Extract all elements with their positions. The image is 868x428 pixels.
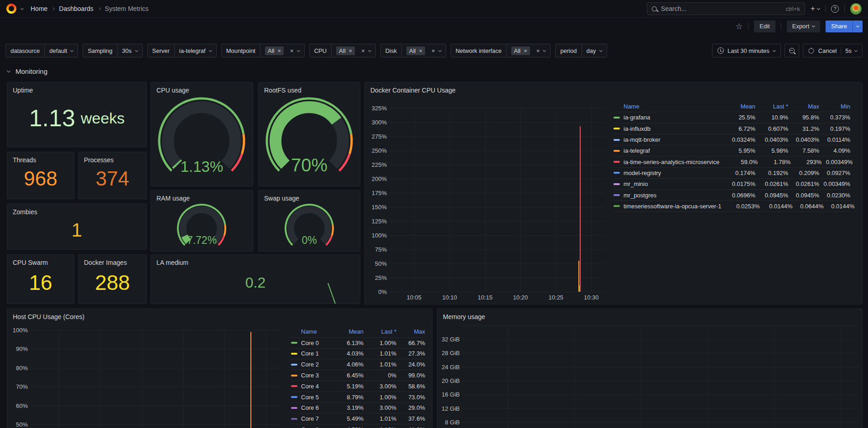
legend-col-min[interactable]: Min bbox=[819, 103, 850, 110]
edit-button[interactable]: Edit bbox=[754, 21, 775, 32]
legend-series-name[interactable]: Core 3 bbox=[291, 372, 329, 379]
y-axis-label: 125% bbox=[365, 218, 387, 225]
remove-value-icon[interactable]: × bbox=[349, 48, 353, 54]
legend-series-name[interactable]: mr_postgres bbox=[613, 192, 717, 199]
refresh-controls: Cancel 5s bbox=[803, 44, 863, 57]
series-color-dash bbox=[613, 194, 620, 196]
legend-series-name[interactable]: timeseriessoftware-ia-opcua-server-1 bbox=[613, 203, 722, 210]
star-icon[interactable]: ☆ bbox=[735, 22, 743, 31]
legend-series-name[interactable]: ia-mqtt-broker bbox=[613, 136, 717, 143]
legend-col-last-[interactable]: Last * bbox=[755, 103, 788, 110]
legend-series-name[interactable]: Core 4 bbox=[291, 383, 329, 390]
breadcrumb-dashboards[interactable]: Dashboards bbox=[59, 5, 94, 12]
legend-series-name[interactable]: Core 8 bbox=[291, 426, 329, 428]
legend-series-name[interactable]: model-registry bbox=[613, 170, 717, 176]
gridline-v bbox=[142, 330, 142, 428]
legend-value: 29.0% bbox=[396, 404, 425, 411]
legend-series-name[interactable]: ia-influxdb bbox=[613, 125, 717, 132]
chevron-down-icon[interactable] bbox=[21, 6, 24, 10]
legend-col-mean[interactable]: Mean bbox=[329, 328, 364, 335]
time-range-picker[interactable]: Last 30 minutes bbox=[712, 44, 781, 57]
gridline-v bbox=[707, 325, 708, 428]
gridline-v bbox=[266, 330, 266, 428]
clear-filter-icon[interactable]: × bbox=[536, 48, 540, 54]
clock-icon bbox=[717, 47, 724, 54]
filter-chip[interactable]: All× bbox=[406, 46, 425, 55]
help-icon[interactable]: ? bbox=[831, 5, 839, 13]
breadcrumb-home[interactable]: Home bbox=[31, 5, 47, 12]
filter-chip[interactable]: All× bbox=[265, 46, 284, 55]
filter-value[interactable]: All×× bbox=[506, 44, 551, 57]
legend-col-name[interactable]: Name bbox=[613, 103, 717, 110]
legend-series-name[interactable]: Core 2 bbox=[291, 361, 329, 368]
legend-series-name[interactable]: Core 6 bbox=[291, 404, 329, 411]
filter-label: Network interface bbox=[451, 44, 506, 57]
legend-series-name[interactable]: ia-grafana bbox=[613, 114, 717, 121]
refresh-cancel-button[interactable]: Cancel bbox=[818, 47, 837, 54]
gridline-v bbox=[224, 330, 225, 428]
y-axis-label: 150% bbox=[365, 204, 387, 211]
filter-mountpoint: MountpointAll×× bbox=[221, 44, 305, 57]
legend-series-name[interactable]: ia-time-series-analytics-microservice bbox=[613, 159, 719, 165]
series-color-dash bbox=[613, 183, 620, 185]
remove-value-icon[interactable]: × bbox=[419, 48, 422, 54]
legend-series-name[interactable]: Core 0 bbox=[291, 340, 329, 346]
filter-value[interactable]: day bbox=[582, 44, 607, 57]
legend-series-name[interactable]: ia-telegraf bbox=[613, 147, 717, 154]
filter-value[interactable]: All×× bbox=[260, 44, 304, 57]
row-monitoring[interactable]: Monitoring bbox=[0, 66, 868, 77]
time-series-plot[interactable]: 32 GiB28 GiB24 GiB20 GiB16 GiB12 GiB8 Gi… bbox=[437, 309, 862, 428]
filter-datasource: datasourcedefault bbox=[5, 44, 78, 57]
y-axis-label: 300% bbox=[365, 119, 387, 126]
filter-value[interactable]: 30s bbox=[117, 44, 142, 57]
chevron-down-icon bbox=[7, 69, 10, 72]
clear-filter-icon[interactable]: × bbox=[290, 48, 294, 54]
gridline-v bbox=[574, 325, 575, 428]
filter-label: Sampling bbox=[83, 44, 117, 57]
clear-filter-icon[interactable]: × bbox=[431, 48, 435, 54]
filter-chip[interactable]: All× bbox=[336, 46, 355, 55]
gridline-v bbox=[100, 330, 100, 428]
add-new-button[interactable]: + bbox=[811, 4, 820, 13]
legend-col-max[interactable]: Max bbox=[788, 103, 819, 110]
legend-series-name[interactable]: Core 5 bbox=[291, 394, 329, 401]
legend-value: 3.19% bbox=[329, 404, 364, 411]
legend-col-last-[interactable]: Last * bbox=[364, 328, 396, 335]
legend-value: 5.19% bbox=[329, 383, 364, 390]
legend-col-name[interactable]: Name bbox=[291, 328, 329, 335]
legend-value: 1.01% bbox=[364, 415, 396, 422]
clear-filter-icon[interactable]: × bbox=[361, 48, 365, 54]
legend-series-name[interactable]: mr_minio bbox=[613, 180, 717, 187]
legend-value: 0.174% bbox=[717, 170, 755, 176]
legend-value: 0.00349% bbox=[819, 180, 850, 187]
filter-value[interactable]: All×× bbox=[401, 44, 446, 57]
legend-value: 0.0261% bbox=[788, 180, 819, 187]
filter-value[interactable]: All×× bbox=[331, 44, 375, 57]
filter-value[interactable]: ia-telegraf bbox=[174, 44, 216, 57]
zoom-out-button[interactable] bbox=[785, 44, 799, 57]
share-caret-button[interactable] bbox=[852, 21, 863, 32]
filter-label: CPU bbox=[310, 44, 331, 57]
legend-col-max[interactable]: Max bbox=[396, 328, 425, 335]
legend-col-mean[interactable]: Mean bbox=[717, 103, 755, 110]
search-input[interactable]: Search... ctrl+k bbox=[647, 2, 805, 15]
share-button[interactable]: Share bbox=[826, 21, 852, 32]
legend-value: 0.373% bbox=[819, 114, 850, 121]
legend-value: 0.0144% bbox=[760, 203, 793, 210]
filter-chip[interactable]: All× bbox=[511, 46, 530, 55]
gridline-v bbox=[508, 325, 508, 428]
gauge-value: 0% bbox=[259, 235, 360, 246]
legend-series-name[interactable]: Core 1 bbox=[291, 350, 329, 357]
filter-value[interactable]: default bbox=[44, 44, 78, 57]
grafana-logo[interactable] bbox=[6, 4, 16, 14]
refresh-interval-button[interactable]: 5s bbox=[845, 47, 857, 54]
legend-series-name[interactable]: Core 7 bbox=[291, 415, 329, 422]
filter-label: Server bbox=[148, 44, 174, 57]
remove-value-icon[interactable]: × bbox=[277, 48, 281, 54]
remove-value-icon[interactable]: × bbox=[524, 48, 527, 54]
x-axis-label: 10:30 bbox=[584, 294, 599, 301]
gridline-h bbox=[390, 221, 605, 222]
gridline-v bbox=[414, 108, 415, 292]
export-button[interactable]: Export bbox=[787, 21, 821, 32]
avatar[interactable] bbox=[850, 3, 862, 15]
